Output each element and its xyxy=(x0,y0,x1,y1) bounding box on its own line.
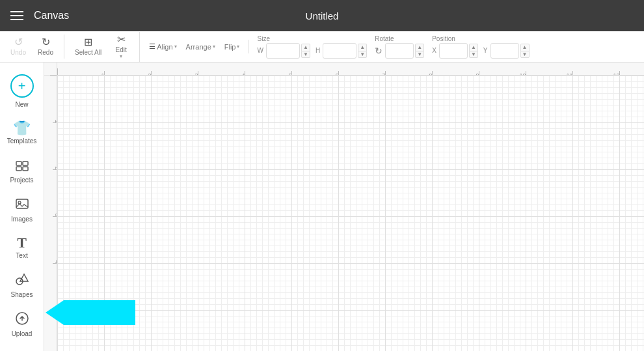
top-nav: Canvas Untitled xyxy=(0,0,644,31)
edit-icon: ✂ xyxy=(117,35,126,45)
height-spinners: ▲ ▼ xyxy=(358,44,367,58)
images-icon xyxy=(15,197,29,214)
arrange-dropdown[interactable]: Arrange ▾ xyxy=(182,40,219,53)
rotate-row: ↻ ▲ ▼ xyxy=(375,43,424,59)
main-layout: + New 👕 Templates Projects xyxy=(0,63,644,351)
ruler-h-tick-9: 9 xyxy=(479,71,479,75)
width-input[interactable] xyxy=(266,43,300,59)
images-label: Images xyxy=(11,216,33,223)
sidebar-item-upload[interactable]: Upload xyxy=(0,305,44,344)
ruler-h-tick-11: 11 xyxy=(572,71,573,75)
rotate-up-button[interactable]: ▲ xyxy=(415,44,424,51)
align-icon: ☰ xyxy=(149,42,155,51)
ruler-h-tick-6: 6 xyxy=(338,71,339,75)
position-row: X ▲ ▼ Y ▲ ▼ xyxy=(432,43,529,59)
shapes-label: Shapes xyxy=(11,291,33,298)
ruler-h-tick-8: 8 xyxy=(432,71,433,75)
sidebar-item-shapes[interactable]: Shapes xyxy=(0,266,44,305)
ruler-v-tick-0 xyxy=(50,76,57,76)
x-spinners: ▲ ▼ xyxy=(469,44,478,58)
size-row: W ▲ ▼ H ▲ ▼ xyxy=(257,43,367,59)
svg-rect-3 xyxy=(23,167,28,171)
sidebar: + New 👕 Templates Projects xyxy=(0,63,44,351)
upload-label: Upload xyxy=(12,330,33,337)
templates-label: Templates xyxy=(7,137,37,145)
ruler-h-tick-5: 5 xyxy=(291,71,292,75)
y-down-button[interactable]: ▼ xyxy=(520,51,530,58)
x-up-button[interactable]: ▲ xyxy=(469,44,478,51)
ruler-h-tick-12: 12 xyxy=(619,71,620,75)
align-chevron-icon: ▾ xyxy=(174,44,177,49)
width-down-button[interactable]: ▼ xyxy=(301,51,310,58)
ruler-v-tick-1: 1 xyxy=(53,122,57,123)
position-label: Position xyxy=(432,35,455,42)
doc-title: Untitled xyxy=(306,10,339,21)
size-field: Size W ▲ ▼ H ▲ ▼ xyxy=(257,35,367,59)
x-down-button[interactable]: ▼ xyxy=(469,51,478,58)
ruler-h-tick-0 xyxy=(57,68,58,75)
ruler-h-tick-10: 10 xyxy=(526,71,526,75)
svg-rect-0 xyxy=(16,161,21,165)
flip-dropdown[interactable]: Flip ▾ xyxy=(221,40,244,53)
height-input[interactable] xyxy=(323,43,356,59)
ruler-corner xyxy=(44,63,57,76)
app-title: Canvas xyxy=(34,10,69,21)
menu-button[interactable] xyxy=(10,11,23,20)
shapes-icon xyxy=(15,272,29,289)
horizontal-ruler: 123456789101112 xyxy=(57,63,644,76)
width-spinners: ▲ ▼ xyxy=(301,44,310,58)
width-up-button[interactable]: ▲ xyxy=(301,44,310,51)
new-label: New xyxy=(15,101,28,108)
y-input[interactable] xyxy=(490,43,519,59)
ruler-h-tick-4: 4 xyxy=(245,71,245,75)
sidebar-item-images[interactable]: Images xyxy=(0,190,44,229)
projects-label: Projects xyxy=(10,176,33,184)
ruler-v-tick-4: 4 xyxy=(53,263,57,264)
sidebar-item-projects[interactable]: Projects xyxy=(0,151,44,190)
align-group: ☰ Align ▾ Arrange ▾ Flip ▾ xyxy=(145,40,249,53)
rotate-label: Rotate xyxy=(375,35,394,42)
arrow-shape xyxy=(64,300,135,325)
redo-button[interactable]: ↻ Redo xyxy=(33,35,59,59)
undo-button[interactable]: ↺ Undo xyxy=(5,35,31,59)
rotate-input[interactable] xyxy=(385,43,414,59)
undo-icon: ↺ xyxy=(14,37,23,48)
undo-redo-group: ↺ Undo ↻ Redo xyxy=(5,35,64,59)
arrow-annotation xyxy=(64,300,135,325)
rotate-down-button[interactable]: ▼ xyxy=(415,51,424,58)
height-up-button[interactable]: ▲ xyxy=(358,44,367,51)
align-dropdown[interactable]: ☰ Align ▾ xyxy=(145,40,180,53)
ruler-h-tick-7: 7 xyxy=(385,71,386,75)
x-input[interactable] xyxy=(439,43,468,59)
ruler-v-tick-3: 3 xyxy=(53,216,57,217)
select-all-button[interactable]: ⊞ Select All xyxy=(70,35,107,59)
new-icon: + xyxy=(10,74,34,98)
sidebar-item-text[interactable]: T Text xyxy=(0,229,44,266)
edit-button[interactable]: ✂ Edit ▾ xyxy=(108,32,134,62)
y-up-button[interactable]: ▲ xyxy=(520,44,530,51)
rotate-icon: ↻ xyxy=(375,46,382,56)
ruler-v-tick-2: 2 xyxy=(53,169,57,170)
y-spinners: ▲ ▼ xyxy=(520,44,530,58)
canvas-grid[interactable] xyxy=(57,76,644,351)
templates-icon: 👕 xyxy=(13,121,31,135)
upload-icon xyxy=(15,311,29,328)
arrange-chevron-icon: ▾ xyxy=(213,44,215,49)
canvas-area[interactable]: 123456789101112 12345 xyxy=(44,63,644,351)
sidebar-item-new[interactable]: + New xyxy=(0,68,44,115)
svg-rect-1 xyxy=(23,161,28,165)
text-label: Text xyxy=(16,252,27,259)
height-down-button[interactable]: ▼ xyxy=(358,51,367,58)
projects-icon xyxy=(15,158,29,175)
ruler-h-tick-2: 2 xyxy=(151,71,152,75)
svg-rect-2 xyxy=(16,167,21,171)
size-label: Size xyxy=(257,35,269,42)
rotate-field: Rotate ↻ ▲ ▼ xyxy=(375,35,424,59)
position-field: Position X ▲ ▼ Y ▲ ▼ xyxy=(432,35,529,59)
sidebar-item-templates[interactable]: 👕 Templates xyxy=(0,115,44,151)
svg-rect-4 xyxy=(16,199,28,208)
rotate-spinners: ▲ ▼ xyxy=(415,44,424,58)
ruler-h-tick-1: 1 xyxy=(104,71,105,75)
text-icon: T xyxy=(17,236,27,250)
toolbar: ↺ Undo ↻ Redo ⊞ Select All ✂ Edit ▾ ☰ Al… xyxy=(0,31,644,63)
